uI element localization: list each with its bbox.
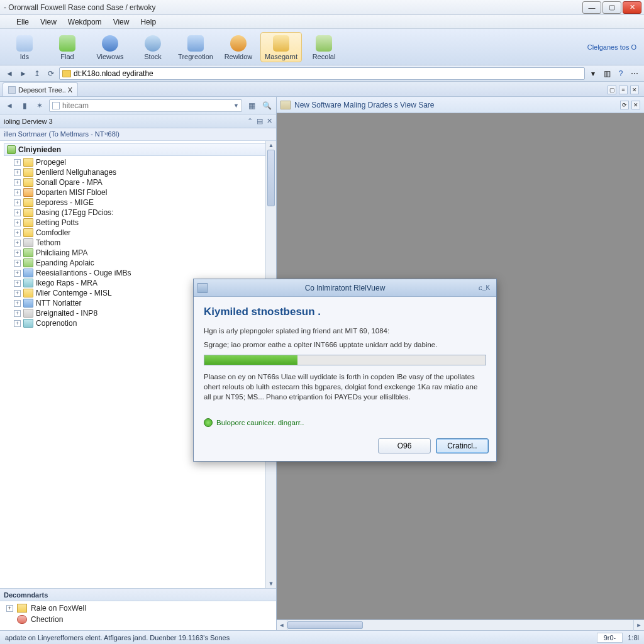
tool-lds[interactable]: lds: [4, 33, 45, 62]
expander-icon[interactable]: +: [14, 159, 21, 166]
close-button[interactable]: ✕: [623, 1, 641, 14]
menu-view2[interactable]: View: [108, 16, 135, 28]
rt-refresh-icon[interactable]: ⟳: [620, 101, 629, 109]
collapse-icon[interactable]: ⌃: [247, 117, 253, 125]
rt-close-icon[interactable]: ✕: [631, 101, 640, 109]
address-input-wrap[interactable]: [59, 67, 585, 80]
hscroll-track[interactable]: [287, 620, 633, 630]
lt-go-icon[interactable]: ▦: [246, 100, 257, 111]
folder-icon: [62, 70, 71, 77]
hscroll-right-icon[interactable]: ►: [633, 620, 644, 631]
expander-icon[interactable]: +: [14, 219, 21, 226]
tool-tregreotion[interactable]: Tregreotion: [175, 33, 216, 62]
tree-node[interactable]: +Epanding Apolaiс: [1, 258, 276, 268]
nav-refresh-icon[interactable]: ⟳: [45, 68, 57, 79]
lt-zoom-icon[interactable]: 🔍: [261, 100, 272, 111]
hscroll-left-icon[interactable]: ◄: [277, 620, 287, 631]
scroll-thumb[interactable]: [267, 150, 275, 206]
primary-button[interactable]: Cratincl..: [436, 438, 489, 453]
tree-node[interactable]: +Philcliaing MPA: [1, 248, 276, 258]
menu-file[interactable]: Elle: [11, 16, 34, 28]
tabstrip-ico-2[interactable]: ≡: [619, 86, 628, 94]
tool-rewldow[interactable]: Rewldow: [218, 33, 259, 62]
lt-star-icon[interactable]: ✶: [34, 100, 45, 111]
expander-icon[interactable]: +: [14, 189, 21, 196]
left-toolbar: ◄ ▮ ✶ ▼ ▦ 🔍: [0, 97, 276, 114]
tree-node[interactable]: +Doparten MISf Fbloel: [1, 187, 276, 197]
panel-menu-icon[interactable]: ▤: [257, 117, 263, 125]
right-tab-title[interactable]: New Software Maling Drades s View Sare: [294, 101, 435, 109]
left-search[interactable]: ▼: [49, 99, 242, 112]
dialog-link[interactable]: Buloporc caunicer. dingarr..: [204, 418, 486, 427]
menu-wekdpom[interactable]: Wekdpom: [63, 16, 107, 28]
addr-ico-1[interactable]: ▥: [601, 68, 613, 79]
maximize-button[interactable]: ▢: [602, 1, 621, 14]
tree-node[interactable]: +Comfodler: [1, 228, 276, 238]
left-search-input[interactable]: [62, 101, 233, 110]
tool-recolal[interactable]: Recolal: [303, 33, 345, 62]
tabstrip-ico-1[interactable]: ▢: [608, 86, 616, 94]
scroll-down-icon[interactable]: ▼: [266, 579, 276, 588]
expander-icon[interactable]: +: [14, 230, 21, 236]
addr-ico-3[interactable]: ⋯: [629, 68, 640, 79]
expander-icon[interactable]: +: [14, 280, 21, 287]
tree-node[interactable]: +Beporess - MIGE: [1, 197, 276, 208]
dialog-heading: Kiymiled stnostbesun .: [204, 306, 486, 318]
expander-icon[interactable]: +: [14, 300, 21, 307]
left-search-dd-icon[interactable]: ▼: [233, 103, 239, 109]
tabstrip-close-icon[interactable]: ✕: [630, 86, 639, 94]
tree-node[interactable]: +Dasing (17Egg FDcios:: [1, 208, 276, 218]
expander-icon[interactable]: +: [14, 310, 21, 317]
tool-flad[interactable]: Flad: [47, 33, 88, 62]
expander-icon[interactable]: +: [14, 290, 21, 297]
tree-node[interactable]: +Betting Potts: [1, 218, 276, 228]
expander-icon[interactable]: +: [14, 320, 21, 327]
expander-icon[interactable]: +: [14, 199, 21, 206]
doc-expand-icon[interactable]: +: [6, 605, 13, 612]
right-tabbar: New Software Maling Drades s View Sare ⟳…: [277, 97, 644, 113]
node-icon: [23, 158, 33, 167]
tree-node[interactable]: +Reesiallantions - Ouge iMBs: [1, 268, 276, 278]
tool-stock[interactable]: Stock: [132, 33, 174, 62]
addr-help-icon[interactable]: ?: [615, 68, 626, 79]
nav-fwd-icon[interactable]: ►: [18, 68, 29, 79]
tree-node[interactable]: +Denlierd Nellguhanages: [1, 167, 276, 177]
expander-icon[interactable]: +: [14, 179, 21, 186]
expander-icon[interactable]: +: [14, 270, 21, 277]
doc-tab[interactable]: Depesort Tree.. X: [3, 82, 78, 96]
nav-back-icon[interactable]: ◄: [4, 68, 15, 79]
doc-item-chectrion[interactable]: Chectrion: [0, 614, 276, 625]
node-label: Mier Contemge - MISL: [36, 289, 112, 297]
tree-root[interactable]: Clniynieden: [4, 143, 274, 156]
node-icon: [23, 178, 33, 187]
scroll-up-icon[interactable]: ▲: [266, 141, 276, 150]
expander-icon[interactable]: +: [14, 250, 21, 257]
tree-node[interactable]: +Sonall Opare - MPA: [1, 177, 276, 187]
doc-item-foxwell[interactable]: + Rale on FoxWell: [0, 602, 276, 614]
hscroll-thumb[interactable]: [287, 621, 363, 629]
tree-node[interactable]: +Tethom: [1, 238, 276, 248]
tool-viewows[interactable]: Viewows: [89, 33, 131, 62]
nav-up-icon[interactable]: ↥: [31, 68, 43, 79]
tree-node[interactable]: +Propegel: [1, 157, 276, 167]
recolal-icon: [316, 35, 332, 52]
address-input[interactable]: [74, 69, 582, 78]
ok-button[interactable]: O96: [378, 438, 431, 453]
dialog-close-icon[interactable]: ር_K: [476, 282, 492, 294]
expander-icon[interactable]: +: [14, 209, 21, 216]
toolbar-right-link[interactable]: Clelganes tos O: [587, 43, 640, 51]
close-panel-icon[interactable]: ✕: [267, 117, 272, 125]
expander-icon[interactable]: +: [14, 169, 21, 176]
minimize-button[interactable]: —: [582, 1, 601, 14]
doc-tab-icon: [8, 86, 16, 94]
expander-icon[interactable]: +: [14, 240, 21, 247]
menu-view[interactable]: View: [35, 16, 62, 28]
menu-help[interactable]: Help: [135, 16, 161, 28]
addr-dropdown-icon[interactable]: ▾: [587, 68, 599, 79]
lt-doc-icon[interactable]: ▮: [19, 100, 30, 111]
tool-masegarnt[interactable]: Masegarnt: [260, 32, 302, 62]
expander-icon[interactable]: +: [14, 260, 21, 267]
hscrollbar[interactable]: ◄ ►: [277, 619, 644, 630]
check-icon: [204, 418, 213, 427]
lt-back-icon[interactable]: ◄: [4, 100, 15, 111]
